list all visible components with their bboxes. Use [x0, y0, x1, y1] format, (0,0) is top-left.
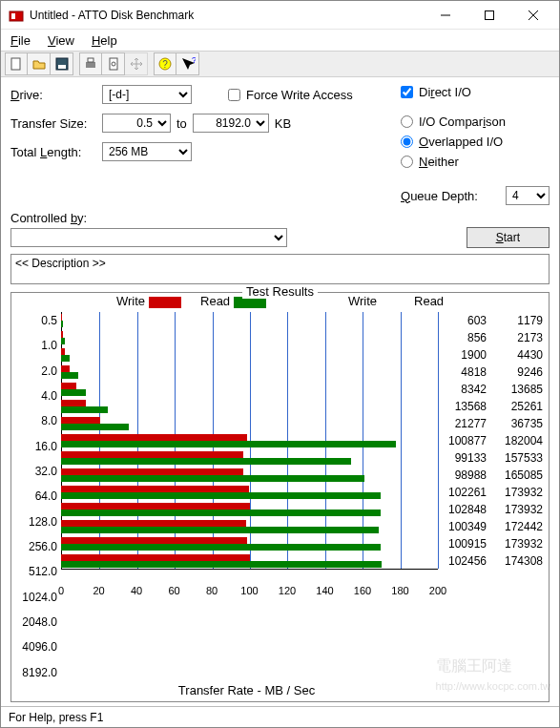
- neither-radio[interactable]: [401, 156, 413, 168]
- bar-write: [61, 314, 62, 321]
- status-text: For Help, press F1: [9, 711, 103, 724]
- ctrlby-select[interactable]: [10, 228, 287, 247]
- qd-select[interactable]: 4: [506, 186, 550, 205]
- bar-write: [61, 554, 250, 561]
- toolbar: ? ?: [1, 51, 559, 77]
- svg-rect-8: [58, 65, 66, 69]
- force-write-checkbox[interactable]: [228, 89, 240, 101]
- bar-read: [61, 389, 86, 396]
- overlapped-label: Overlapped I/O: [419, 135, 503, 149]
- open-icon[interactable]: [28, 52, 51, 75]
- minimize-button[interactable]: [424, 1, 467, 30]
- bar-read: [61, 406, 108, 413]
- help-icon[interactable]: ?: [154, 52, 176, 75]
- bar-write: [61, 503, 250, 510]
- start-button[interactable]: Start: [467, 227, 550, 248]
- context-help-icon[interactable]: ?: [176, 52, 199, 75]
- description-textarea[interactable]: << Description >>: [10, 254, 550, 284]
- bar-read: [61, 441, 396, 447]
- bar-write: [61, 451, 243, 458]
- bar-write: [61, 468, 243, 475]
- results-panel: Test Results Write Read Write Read 0.51.…: [10, 292, 550, 702]
- window-title: Untitled - ATTO Disk Benchmark: [30, 9, 424, 22]
- bar-read: [61, 321, 63, 327]
- client-area: Drive: [-d-] Force Write Access Transfer…: [1, 77, 559, 706]
- tlen-label: Total Length:: [10, 145, 96, 159]
- bar-write: [61, 520, 246, 527]
- read-column: 1179217344309246136852526136735182004157…: [494, 312, 543, 681]
- tsize-unit-label: KB: [275, 116, 291, 131]
- svg-rect-10: [88, 58, 93, 62]
- write-swatch: [149, 297, 181, 308]
- svg-rect-1: [11, 13, 15, 19]
- bar-read: [61, 355, 70, 362]
- tlen-select[interactable]: 256 MB: [102, 142, 192, 161]
- force-write-label: Force Write Access: [246, 88, 353, 102]
- bar-write: [61, 400, 86, 406]
- drive-select[interactable]: [-d-]: [102, 85, 192, 104]
- move-icon[interactable]: [125, 52, 148, 75]
- write-column: 6038561900481883421356821277100877991339…: [438, 312, 487, 681]
- drive-label: Drive:: [10, 88, 96, 102]
- new-icon[interactable]: [5, 52, 28, 75]
- menu-view[interactable]: View: [48, 33, 74, 48]
- print-icon[interactable]: [79, 52, 102, 75]
- neither-label: Neither: [419, 155, 459, 169]
- bar-write: [61, 537, 247, 544]
- svg-rect-9: [86, 62, 95, 68]
- svg-text:?: ?: [192, 56, 196, 65]
- bar-read: [61, 338, 65, 344]
- tsize-to-label: to: [176, 116, 187, 131]
- chart-x-axis-title: Transfer Rate - MB / Sec: [1, 683, 549, 697]
- direct-io-checkbox[interactable]: [401, 86, 413, 98]
- io-compare-radio[interactable]: [401, 115, 413, 128]
- bar-write: [61, 434, 247, 441]
- bar-read: [61, 475, 364, 482]
- bar-write: [61, 348, 65, 355]
- bar-write: [61, 417, 100, 424]
- menubar: File View Help: [1, 30, 559, 51]
- bar-write: [61, 383, 76, 389]
- svg-rect-3: [486, 10, 494, 19]
- page-icon[interactable]: [102, 52, 125, 75]
- app-window: Untitled - ATTO Disk Benchmark File View…: [0, 0, 560, 728]
- bar-write: [61, 365, 70, 372]
- chart-plot: 020406080100120140160180200: [61, 312, 438, 570]
- bar-read: [61, 372, 78, 379]
- app-icon: [9, 8, 24, 23]
- bar-read: [61, 510, 381, 516]
- statusbar: For Help, press F1: [1, 706, 559, 727]
- bar-read: [61, 424, 129, 430]
- titlebar: Untitled - ATTO Disk Benchmark: [1, 1, 559, 30]
- svg-rect-6: [11, 58, 20, 70]
- menu-file[interactable]: File: [10, 33, 31, 48]
- tsize-to-select[interactable]: 8192.0: [193, 114, 269, 133]
- tsize-from-select[interactable]: 0.5: [102, 114, 171, 133]
- close-button[interactable]: [511, 1, 555, 30]
- menu-help[interactable]: Help: [92, 33, 117, 48]
- save-icon[interactable]: [51, 52, 73, 75]
- bar-read: [61, 561, 382, 568]
- svg-rect-11: [110, 58, 117, 70]
- overlapped-radio[interactable]: [401, 135, 413, 148]
- io-compare-label: I/O Comparison: [419, 114, 506, 129]
- maximize-button[interactable]: [467, 1, 511, 30]
- direct-io-label: Direct I/O: [419, 85, 471, 99]
- bar-read: [61, 544, 381, 551]
- ctrlby-label: Controlled by:: [10, 211, 87, 225]
- bar-read: [61, 458, 351, 465]
- results-title: Test Results: [242, 284, 318, 299]
- bar-write: [61, 331, 63, 338]
- tsize-label: Transfer Size:: [10, 116, 96, 131]
- qd-label: Queue Depth:: [401, 189, 478, 203]
- svg-text:?: ?: [162, 59, 168, 70]
- bar-write: [61, 486, 249, 492]
- bar-read: [61, 492, 381, 499]
- chart-y-labels: 0.51.02.04.08.016.032.064.0128.0256.0512…: [17, 312, 57, 681]
- bar-read: [61, 527, 379, 533]
